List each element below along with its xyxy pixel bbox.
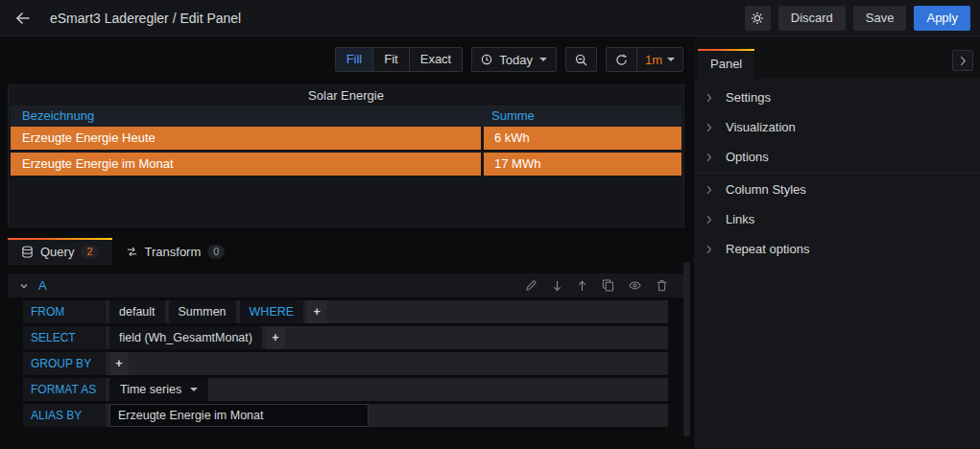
gear-icon xyxy=(751,12,764,25)
size-mode-fit[interactable]: Fit xyxy=(372,48,408,71)
chevron-right-icon xyxy=(706,93,712,103)
copy-icon xyxy=(602,279,614,292)
panel-title[interactable]: Solar Energie xyxy=(9,85,683,105)
table-panel-preview: Solar Energie Bezeichnung Summe Erzeugte… xyxy=(8,84,684,227)
alias-by-input[interactable] xyxy=(109,404,369,427)
arrow-left-icon xyxy=(15,11,31,26)
panel-view-toolbar: Fill Fit Exact Today xyxy=(335,47,683,72)
refresh-button[interactable] xyxy=(607,48,636,71)
add-select-part-button[interactable]: + xyxy=(266,326,285,349)
sidebar-section-column-styles[interactable]: Column Styles xyxy=(694,175,980,204)
eye-icon xyxy=(629,279,641,292)
size-mode-group: Fill Fit Exact xyxy=(335,47,464,72)
refresh-icon xyxy=(615,54,628,66)
time-range-picker[interactable]: Today xyxy=(471,47,557,72)
navbar-actions: Discard Save Apply xyxy=(745,6,970,31)
query-row-group-by: GROUP BY + xyxy=(23,352,668,375)
chevron-right-icon xyxy=(706,185,712,195)
tab-transform[interactable]: Transform 0 xyxy=(112,238,239,265)
alias-by-label: ALIAS BY xyxy=(23,404,106,427)
delete-query-button[interactable] xyxy=(656,279,668,292)
refresh-control: 1m xyxy=(606,47,683,72)
from-measurement-segment[interactable]: Summen xyxy=(169,300,236,323)
query-ref-id: A xyxy=(38,278,47,293)
chevron-right-icon xyxy=(706,153,712,162)
group-by-label: GROUP BY xyxy=(23,352,106,375)
select-field-segment[interactable]: field (Wh_GesamtMonat) xyxy=(109,326,262,349)
zoom-out-button[interactable] xyxy=(565,47,597,72)
sidebar-section-label: Visualization xyxy=(726,120,796,134)
format-as-value: Time series xyxy=(120,383,181,396)
cell-summe: 6 kWh xyxy=(484,127,681,150)
sidebar-section-visualization[interactable]: Visualization xyxy=(694,112,980,142)
sidebar-section-repeat-options[interactable]: Repeat options xyxy=(694,234,980,264)
transform-icon xyxy=(126,246,138,258)
cell-bezeichnung: Erzeugte Energie Heute xyxy=(11,127,481,150)
query-row-alias-by: ALIAS BY xyxy=(23,404,668,427)
format-as-label: FORMAT AS xyxy=(23,378,106,401)
select-label: SELECT xyxy=(23,326,106,349)
settings-button[interactable] xyxy=(745,6,771,31)
query-count-badge: 2 xyxy=(81,245,98,259)
move-query-down-button[interactable] xyxy=(552,280,562,292)
query-actions xyxy=(525,279,673,292)
duplicate-query-button[interactable] xyxy=(602,279,614,292)
column-header-bezeichnung[interactable]: Bezeichnung xyxy=(11,106,481,127)
sidebar-section-settings[interactable]: Settings xyxy=(694,83,980,112)
from-label: FROM xyxy=(23,300,106,323)
discard-button[interactable]: Discard xyxy=(778,6,846,31)
column-header-summe[interactable]: Summe xyxy=(481,106,681,127)
arrow-up-icon xyxy=(577,280,587,292)
refresh-interval-picker[interactable]: 1m xyxy=(636,48,682,71)
sidebar-section-label: Column Styles xyxy=(726,182,806,197)
add-group-by-button[interactable]: + xyxy=(109,352,129,375)
editor-tabs: Query 2 Transform 0 xyxy=(8,238,238,265)
query-row-header[interactable]: A xyxy=(8,273,684,297)
sidebar-sections: Settings Visualization Options Column St… xyxy=(694,79,980,264)
back-button[interactable] xyxy=(10,5,36,32)
database-icon xyxy=(21,246,34,258)
tab-query[interactable]: Query 2 xyxy=(8,238,112,265)
sidebar-section-options[interactable]: Options xyxy=(694,142,980,172)
options-sidebar: Panel Settings Visualization Options xyxy=(694,36,980,449)
cell-summe: 17 MWh xyxy=(484,153,681,176)
cell-bezeichnung: Erzeugte Energie im Monat xyxy=(11,153,481,176)
collapse-sidebar-button[interactable] xyxy=(952,50,973,71)
save-button[interactable]: Save xyxy=(853,6,907,31)
where-keyword: WHERE xyxy=(240,300,304,323)
disable-query-button[interactable] xyxy=(629,279,641,292)
sidebar-section-links[interactable]: Links xyxy=(694,204,980,234)
influx-query-editor: FROM default Summen WHERE + SELECT field… xyxy=(23,300,668,430)
size-mode-exact[interactable]: Exact xyxy=(409,48,463,71)
time-range-label: Today xyxy=(499,53,533,67)
sidebar-section-label: Settings xyxy=(726,90,771,105)
pencil-icon xyxy=(525,279,538,292)
transform-count-badge: 0 xyxy=(207,245,225,259)
chevron-down-icon xyxy=(667,58,675,61)
sidebar-divider xyxy=(694,173,980,174)
sidebar-section-label: Options xyxy=(726,150,769,164)
chevron-right-icon xyxy=(706,123,712,132)
trash-icon xyxy=(656,279,668,292)
sidebar-section-label: Links xyxy=(726,212,754,226)
chevron-down-icon xyxy=(190,388,198,391)
clock-icon xyxy=(481,54,492,65)
table-row: Erzeugte Energie im Monat 17 MWh xyxy=(11,153,681,176)
top-navbar: eSmart3 Laderegler / Edit Panel Discard … xyxy=(0,0,980,36)
from-retention-policy-segment[interactable]: default xyxy=(109,300,165,323)
page-title: eSmart3 Laderegler / Edit Panel xyxy=(50,11,241,26)
apply-button[interactable]: Apply xyxy=(914,6,970,31)
add-where-condition-button[interactable]: + xyxy=(307,300,326,323)
move-query-up-button[interactable] xyxy=(577,280,587,292)
tab-panel[interactable]: Panel xyxy=(698,49,754,79)
query-row-format-as: FORMAT AS Time series xyxy=(23,378,668,401)
sidebar-section-label: Repeat options xyxy=(726,242,809,256)
size-mode-fill[interactable]: Fill xyxy=(336,48,373,71)
format-as-select[interactable]: Time series xyxy=(109,378,208,401)
chevron-right-icon xyxy=(960,56,967,66)
query-row-select: SELECT field (Wh_GesamtMonat) + xyxy=(23,326,668,349)
scrollbar-thumb[interactable] xyxy=(683,262,690,437)
edit-panel-left-column: Fill Fit Exact Today xyxy=(0,36,694,449)
edit-raw-query-button[interactable] xyxy=(525,279,538,292)
search-minus-icon xyxy=(575,54,587,66)
